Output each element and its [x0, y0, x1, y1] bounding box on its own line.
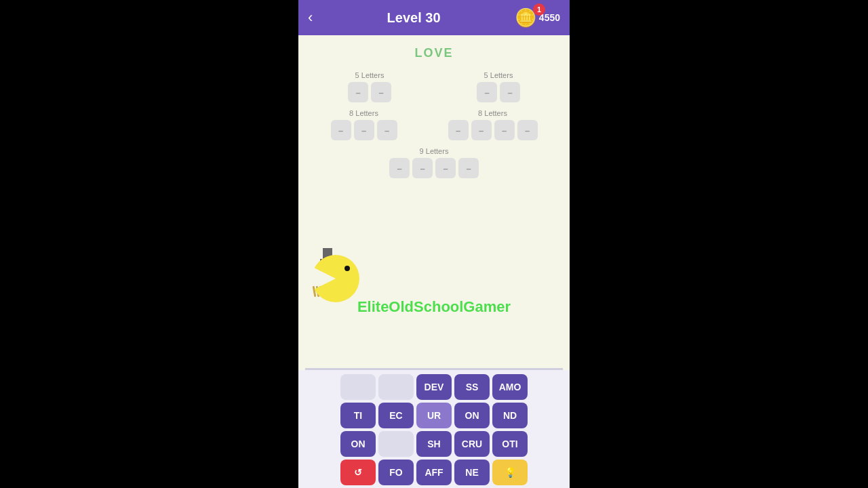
divider — [305, 368, 563, 370]
slots-5-right: – – — [477, 82, 520, 102]
key-amo[interactable]: AMO — [492, 374, 528, 400]
slot: – — [371, 82, 391, 102]
slot: – — [448, 120, 469, 140]
slot: – — [389, 158, 410, 178]
word-group-9: 9 Letters – – – – — [389, 147, 479, 178]
word-label-5-left: 5 Letters — [355, 71, 384, 79]
key-ne[interactable]: NE — [454, 460, 490, 485]
word-label-5-right: 5 Letters — [484, 71, 513, 79]
key-row-1: TI EC UR ON ND — [304, 403, 564, 428]
slot: – — [348, 82, 368, 102]
key-cru[interactable]: CRU — [454, 431, 490, 457]
pacman-eye — [344, 266, 350, 271]
eight-letter-row: 8 Letters – – – 8 Letters – – – – — [305, 109, 563, 140]
game-container: ‹ Level 30 1 🪙 4550 LOVE 5 Letters – – — [298, 0, 570, 488]
key-aff[interactable]: AFF — [416, 460, 452, 485]
word-group-8-right: 8 Letters – – – – — [448, 109, 538, 140]
main-area: LOVE 5 Letters – – 5 Letters – – — [298, 35, 570, 370]
slot: – — [354, 120, 374, 140]
key-empty-3 — [378, 431, 414, 457]
key-sh[interactable]: SH — [416, 431, 452, 457]
mascot-area — [305, 248, 366, 302]
key-ec[interactable]: EC — [378, 403, 414, 428]
header: ‹ Level 30 1 🪙 4550 — [298, 0, 570, 35]
plus-badge[interactable]: 1 — [533, 3, 545, 16]
key-on-2[interactable]: ON — [340, 431, 376, 457]
word-label-9: 9 Letters — [420, 147, 449, 155]
back-button[interactable]: ‹ — [308, 9, 313, 26]
level-title: Level 30 — [387, 10, 441, 26]
word-label-8-right: 8 Letters — [478, 109, 507, 117]
slot: – — [471, 120, 492, 140]
keyboard-area: DEV SS AMO TI EC UR ON ND ON SH CRU OTI … — [298, 370, 570, 488]
key-dev[interactable]: DEV — [416, 374, 452, 400]
slots-5-left: – – — [348, 82, 391, 102]
slot: – — [458, 158, 479, 178]
coins-area: 1 🪙 4550 — [515, 7, 560, 28]
slots-8-right: – – – – — [448, 120, 538, 140]
key-row-0: DEV SS AMO — [304, 374, 564, 400]
key-ti[interactable]: TI — [340, 403, 376, 428]
slot: – — [412, 158, 433, 178]
key-hint[interactable]: 💡 — [492, 460, 528, 485]
category-label: LOVE — [414, 46, 453, 60]
slot: – — [477, 82, 497, 102]
words-grid: 5 Letters – – 5 Letters – – 8 — [305, 71, 563, 178]
slot: – — [500, 82, 520, 102]
key-refresh[interactable]: ↺ — [340, 460, 376, 485]
pacman-body — [312, 255, 359, 302]
key-fo[interactable]: FO — [378, 460, 414, 485]
branding-label: EliteOldSchoolGamer — [298, 298, 570, 316]
word-label-8-left: 8 Letters — [349, 109, 378, 117]
word-group-8-left: 8 Letters – – – — [331, 109, 397, 140]
slot: – — [331, 120, 351, 140]
key-ss[interactable]: SS — [454, 374, 490, 400]
slot: – — [377, 120, 397, 140]
slot: – — [517, 120, 538, 140]
pacman-mascot — [305, 248, 366, 302]
key-on-1[interactable]: ON — [454, 403, 490, 428]
slot: – — [435, 158, 456, 178]
key-row-3: ↺ FO AFF NE 💡 — [304, 460, 564, 485]
slots-9: – – – – — [389, 158, 479, 178]
key-row-2: ON SH CRU OTI — [304, 431, 564, 457]
slots-8-left: – – – — [331, 120, 397, 140]
key-ur[interactable]: UR — [416, 403, 452, 428]
slot: – — [494, 120, 515, 140]
word-group-5-right: 5 Letters – – — [477, 71, 520, 102]
key-oti[interactable]: OTI — [492, 431, 528, 457]
key-empty-2 — [378, 374, 414, 400]
key-empty-1 — [340, 374, 376, 400]
word-group-5-left: 5 Letters – – — [348, 71, 391, 102]
five-letter-row: 5 Letters – – 5 Letters – – — [305, 71, 563, 102]
key-nd[interactable]: ND — [492, 403, 528, 428]
